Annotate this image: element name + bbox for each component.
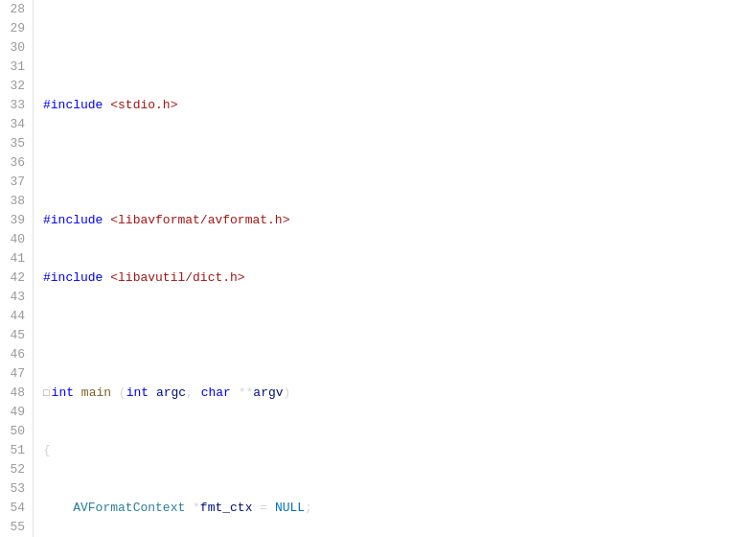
code-line-32: #include <libavutil/dict.h>	[43, 268, 756, 288]
code-line-34: □int main (int argc, char **argv)	[43, 384, 756, 403]
code-line-35: {	[43, 441, 756, 460]
code-line-30	[43, 153, 756, 173]
code-editor: 28 29 30 31 32 33 34 35 36 37 38 39 40 4…	[0, 0, 756, 537]
code-line-29: #include <stdio.h>	[43, 96, 756, 115]
code-line-31: #include <libavformat/avformat.h>	[43, 211, 756, 230]
code-line-33	[43, 326, 756, 345]
line-numbers: 28 29 30 31 32 33 34 35 36 37 38 39 40 4…	[0, 0, 34, 537]
code-lines: #include <stdio.h> #include <libavformat…	[34, 0, 756, 537]
code-line-36: AVFormatContext *fmt_ctx = NULL;	[43, 499, 756, 518]
code-line-28	[43, 38, 756, 58]
